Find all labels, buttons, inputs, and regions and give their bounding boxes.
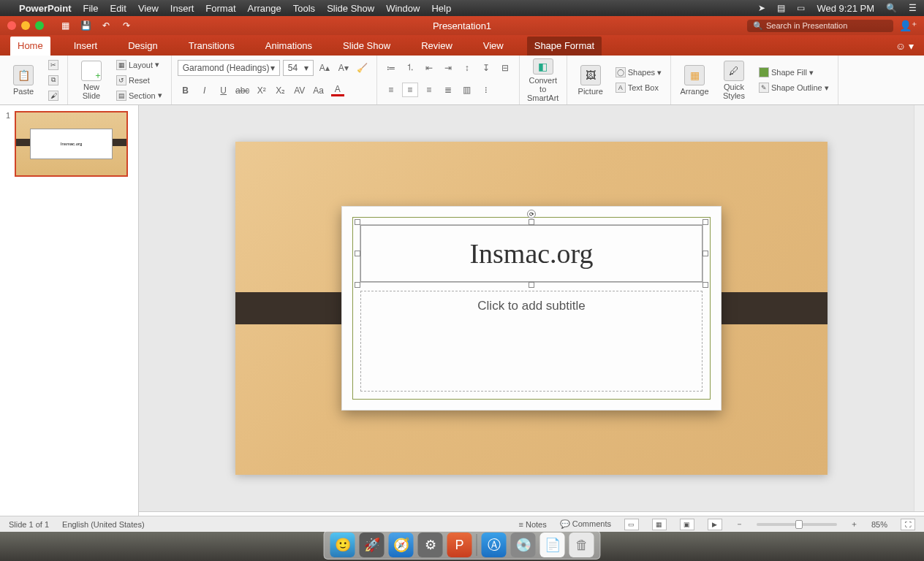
dock-document-icon[interactable]: 📄 bbox=[540, 533, 565, 557]
cursor-icon[interactable]: ➤ bbox=[758, 3, 765, 13]
tab-shape-format[interactable]: Shape Format bbox=[527, 37, 602, 56]
qat-redo-icon[interactable]: ↷ bbox=[120, 19, 133, 32]
zoom-in-button[interactable]: ＋ bbox=[850, 519, 858, 530]
picture-button[interactable]: 🖼Picture bbox=[573, 58, 608, 102]
align-left-button[interactable]: ≡ bbox=[383, 83, 399, 97]
slide-thumbnail-1[interactable]: Insmac.org bbox=[15, 111, 128, 177]
menu-insert[interactable]: Insert bbox=[170, 3, 194, 14]
layout-button[interactable]: ▦Layout ▾ bbox=[113, 58, 165, 72]
italic-button[interactable]: I bbox=[197, 83, 213, 98]
subscript-button[interactable]: X₂ bbox=[273, 83, 289, 98]
reading-view-button[interactable]: ▣ bbox=[680, 519, 694, 530]
copy-button[interactable]: ⧉ bbox=[45, 74, 61, 87]
justify-button[interactable]: ≣ bbox=[440, 83, 456, 97]
normal-view-button[interactable]: ▭ bbox=[624, 519, 639, 530]
battery-icon[interactable]: ▭ bbox=[797, 3, 805, 13]
clear-formatting-button[interactable]: 🧹 bbox=[355, 61, 371, 75]
font-name-select[interactable]: Garamond (Headings)▾ bbox=[178, 60, 280, 76]
textbox-button[interactable]: AText Box bbox=[613, 81, 664, 94]
tab-transitions[interactable]: Transitions bbox=[181, 37, 242, 56]
dock-trash-icon[interactable]: 🗑 bbox=[569, 533, 594, 557]
tab-home[interactable]: Home bbox=[10, 37, 50, 56]
qat-save-icon[interactable]: 💾 bbox=[79, 19, 92, 32]
resize-handle-bl[interactable] bbox=[355, 282, 360, 288]
minimize-window-button[interactable] bbox=[21, 21, 30, 30]
bold-button[interactable]: B bbox=[178, 83, 194, 98]
resize-handle-mr[interactable] bbox=[703, 251, 708, 256]
fit-window-button[interactable]: ⛶ bbox=[901, 519, 915, 530]
dock-drive-icon[interactable]: 💿 bbox=[511, 533, 536, 557]
search-input[interactable]: 🔍 Search in Presentation bbox=[747, 20, 893, 32]
increase-indent-button[interactable]: ⇥ bbox=[440, 61, 456, 75]
title-textbox[interactable]: ⟳ Insmac.org bbox=[360, 225, 703, 282]
zoom-level[interactable]: 85% bbox=[871, 520, 887, 529]
text-direction-button[interactable]: ↧ bbox=[478, 61, 494, 75]
menu-slideshow[interactable]: Slide Show bbox=[327, 3, 374, 14]
resize-handle-tl[interactable] bbox=[355, 219, 360, 225]
dock-finder-icon[interactable]: 🙂 bbox=[330, 533, 355, 557]
change-case-button[interactable]: Aa bbox=[311, 83, 327, 98]
shape-fill-button[interactable]: Shape Fill ▾ bbox=[756, 66, 832, 79]
slideshow-view-button[interactable]: ▶ bbox=[708, 519, 722, 530]
dock-powerpoint-icon[interactable]: P bbox=[447, 533, 472, 557]
resize-handle-ml[interactable] bbox=[355, 251, 360, 256]
underline-button[interactable]: U bbox=[216, 83, 232, 98]
menu-tools[interactable]: Tools bbox=[293, 3, 315, 14]
align-text-button[interactable]: ⊟ bbox=[497, 61, 513, 75]
bullets-button[interactable]: ≔ bbox=[383, 61, 399, 75]
subtitle-textbox[interactable]: Click to add subtitle bbox=[360, 291, 703, 392]
font-size-select[interactable]: 54▾ bbox=[283, 60, 314, 76]
align-center-button[interactable]: ≡ bbox=[402, 83, 418, 97]
convert-smartart-button[interactable]: ◧Convert to SmartArt bbox=[526, 58, 561, 102]
notes-toggle[interactable]: ≡ Notes bbox=[518, 520, 546, 529]
vertical-scrollbar[interactable] bbox=[914, 105, 924, 511]
section-button[interactable]: ▤Section ▾ bbox=[113, 89, 165, 102]
dock-safari-icon[interactable]: 🧭 bbox=[389, 533, 414, 557]
resize-handle-bc[interactable] bbox=[529, 282, 534, 288]
qat-view-icon[interactable]: ▦ bbox=[58, 19, 72, 32]
decrease-indent-button[interactable]: ⇤ bbox=[421, 61, 437, 75]
sorter-view-button[interactable]: ▦ bbox=[652, 519, 667, 530]
menu-file[interactable]: File bbox=[83, 3, 99, 14]
dock-appstore-icon[interactable]: Ⓐ bbox=[482, 533, 507, 557]
spotlight-icon[interactable]: 🔍 bbox=[886, 3, 897, 13]
slide-counter[interactable]: Slide 1 of 1 bbox=[9, 520, 49, 529]
tab-view[interactable]: View bbox=[476, 37, 511, 56]
menu-arrange[interactable]: Arrange bbox=[248, 3, 281, 14]
comments-toggle[interactable]: 💬 Comments bbox=[560, 519, 611, 529]
arrange-button[interactable]: ▦Arrange bbox=[677, 58, 712, 102]
rotation-handle[interactable]: ⟳ bbox=[527, 210, 536, 218]
share-button[interactable]: 👤⁺ bbox=[899, 20, 917, 31]
new-slide-button[interactable]: ＋New Slide bbox=[74, 58, 109, 102]
reset-button[interactable]: ↺Reset bbox=[113, 74, 165, 87]
zoom-slider[interactable] bbox=[757, 523, 837, 526]
tab-slideshow[interactable]: Slide Show bbox=[336, 37, 398, 56]
columns-button[interactable]: ▥ bbox=[459, 83, 475, 97]
shape-outline-button[interactable]: ✎Shape Outline ▾ bbox=[756, 81, 832, 94]
paste-button[interactable]: 📋Paste bbox=[6, 58, 41, 102]
menu-view[interactable]: View bbox=[138, 3, 159, 14]
menu-window[interactable]: Window bbox=[386, 3, 420, 14]
resize-handle-br[interactable] bbox=[703, 282, 708, 288]
menu-edit[interactable]: Edit bbox=[110, 3, 126, 14]
resize-handle-tc[interactable] bbox=[529, 219, 534, 225]
superscript-button[interactable]: X² bbox=[254, 83, 270, 98]
qat-undo-icon[interactable]: ↶ bbox=[99, 19, 113, 32]
menu-format[interactable]: Format bbox=[205, 3, 235, 14]
char-spacing-button[interactable]: AV bbox=[292, 83, 308, 98]
strikethrough-button[interactable]: abc bbox=[235, 83, 251, 98]
cut-button[interactable]: ✂ bbox=[45, 58, 61, 72]
slide-canvas[interactable]: ⟳ Insmac.org bbox=[139, 105, 924, 511]
decrease-font-button[interactable]: A▾ bbox=[336, 61, 352, 75]
distribute-button[interactable]: ⫶ bbox=[478, 83, 494, 97]
language-indicator[interactable]: English (United States) bbox=[62, 520, 145, 529]
close-window-button[interactable] bbox=[7, 21, 16, 30]
numbering-button[interactable]: ⒈ bbox=[402, 61, 418, 75]
menu-icon[interactable]: ☰ bbox=[909, 3, 917, 13]
tab-insert[interactable]: Insert bbox=[67, 37, 105, 56]
increase-font-button[interactable]: A▴ bbox=[317, 61, 333, 75]
zoom-knob[interactable] bbox=[795, 520, 803, 529]
font-color-button[interactable]: A bbox=[330, 83, 346, 98]
shapes-button[interactable]: ◯Shapes ▾ bbox=[613, 66, 664, 79]
tab-review[interactable]: Review bbox=[414, 37, 460, 56]
